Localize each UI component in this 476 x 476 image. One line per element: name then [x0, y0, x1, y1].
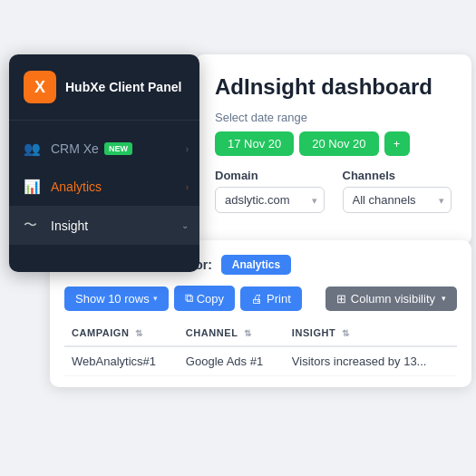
sort-insight-icon[interactable]: ⇅: [342, 328, 350, 338]
date-start-button[interactable]: 17 Nov 20: [215, 131, 294, 156]
toolbar-right: ⊞ Column visibility ▾: [325, 287, 457, 311]
table-toolbar: Show 10 rows ▾ ⧉ Copy 🖨 Print ⊞ Column v…: [64, 286, 457, 311]
channels-filter: Channels All channels: [343, 169, 452, 213]
domain-label: Domain: [215, 169, 325, 182]
table-header-row: CAMPAIGN ⇅ CHANNEL ⇅ INSIGHT ⇅: [64, 322, 457, 346]
cell-channel: Google Ads #1: [179, 346, 285, 376]
sidebar-label-crm: CRM Xe: [51, 141, 99, 156]
campaign-table: CAMPAIGN ⇅ CHANNEL ⇅ INSIGHT ⇅ WebAnalyt…: [64, 322, 457, 376]
show-rows-label: Show 10 rows: [75, 292, 150, 306]
print-button[interactable]: 🖨 Print: [240, 287, 302, 311]
sidebar-navigation: 👥 CRM Xe NEW › 📊 Analytics › 〜 Insight ⌄: [9, 121, 199, 254]
th-campaign: CAMPAIGN ⇅: [64, 322, 179, 346]
sidebar-item-analytics[interactable]: 📊 Analytics ›: [9, 168, 199, 206]
sidebar-label-analytics: Analytics: [51, 180, 102, 194]
chevron-right-icon-analytics: ›: [186, 182, 189, 192]
channels-label: Channels: [343, 169, 452, 182]
table-header: CAMPAIGN ⇅ CHANNEL ⇅ INSIGHT ⇅: [64, 322, 457, 346]
domain-filter: Domain adslytic.com: [215, 169, 325, 213]
th-insight: INSIGHT ⇅: [285, 322, 457, 346]
rows-caret-icon: ▾: [153, 294, 158, 303]
analytics-icon: 📊: [24, 179, 42, 195]
new-badge: NEW: [104, 142, 132, 155]
cell-insight: Visitors increased by 13...: [285, 346, 457, 376]
filters-row: Domain adslytic.com Channels All channel…: [215, 169, 452, 213]
date-range-buttons: 17 Nov 20 20 Nov 20 +: [215, 131, 452, 156]
campaign-analytics-badge: Analytics: [221, 255, 291, 275]
col-vis-caret: ▾: [442, 294, 446, 303]
table-row: WebAnalytics#1 Google Ads #1 Visitors in…: [64, 346, 457, 376]
sidebar: X HubXe Client Panel 👥 CRM Xe NEW › 📊 An…: [9, 54, 199, 272]
th-channel: CHANNEL ⇅: [179, 322, 285, 346]
channels-select-wrapper: All channels: [343, 187, 452, 213]
copy-button[interactable]: ⧉ Copy: [174, 286, 235, 311]
print-icon: 🖨: [251, 292, 263, 306]
col-vis-icon: ⊞: [336, 292, 346, 306]
copy-icon: ⧉: [185, 291, 193, 306]
col-vis-label: Column visibility: [351, 292, 435, 306]
domain-select-wrapper: adslytic.com: [215, 187, 325, 213]
chevron-down-icon: ⌄: [181, 220, 189, 230]
date-extra-button[interactable]: +: [384, 131, 410, 156]
domain-select[interactable]: adslytic.com: [215, 187, 325, 213]
sidebar-logo: X: [24, 71, 56, 103]
crm-icon: 👥: [24, 141, 42, 157]
column-visibility-button[interactable]: ⊞ Column visibility ▾: [325, 287, 457, 311]
main-panel: AdInsight dashboard Select date range 17…: [195, 54, 471, 245]
logo-letter: X: [34, 78, 45, 97]
sidebar-item-crm[interactable]: 👥 CRM Xe NEW ›: [9, 130, 199, 168]
sidebar-title: HubXe Client Panel: [65, 80, 181, 94]
print-label: Print: [267, 292, 291, 306]
chevron-right-icon: ›: [186, 144, 189, 154]
show-rows-button[interactable]: Show 10 rows ▾: [64, 287, 169, 311]
channels-select[interactable]: All channels: [343, 187, 452, 213]
sort-channel-icon[interactable]: ⇅: [244, 328, 252, 338]
cell-campaign: WebAnalytics#1: [64, 346, 179, 376]
insight-icon: 〜: [24, 217, 42, 234]
date-range-label: Select date range: [215, 111, 452, 124]
sidebar-item-insight[interactable]: 〜 Insight ⌄: [9, 206, 199, 245]
table-body: WebAnalytics#1 Google Ads #1 Visitors in…: [64, 346, 457, 376]
sidebar-label-insight: Insight: [51, 219, 88, 233]
date-end-button[interactable]: 20 Nov 20: [299, 131, 378, 156]
sort-campaign-icon[interactable]: ⇅: [135, 328, 143, 338]
sidebar-header: X HubXe Client Panel: [9, 54, 199, 121]
page-title: AdInsight dashboard: [215, 74, 452, 100]
copy-label: Copy: [197, 292, 224, 306]
